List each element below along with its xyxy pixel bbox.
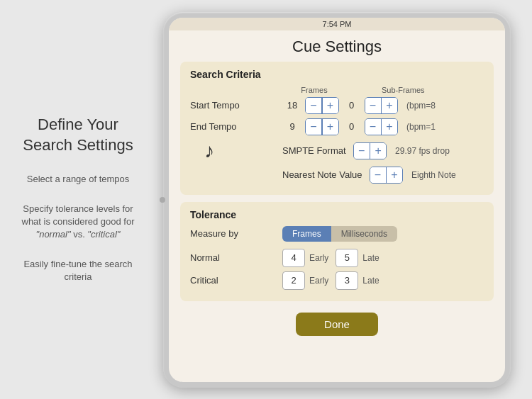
critical-late-text: Late — [362, 276, 379, 286]
search-criteria-title: Search Criteria — [190, 69, 484, 80]
desc-tempos: Select a range of tempos — [21, 173, 135, 186]
normal-label: Normal — [190, 252, 282, 263]
start-tempo-label: Start Tempo — [190, 100, 282, 111]
camera-dot — [160, 197, 165, 203]
nearest-note-minus[interactable]: − — [370, 167, 386, 183]
end-tempo-frames-value: 9 — [282, 121, 302, 132]
end-tempo-subframes-value: 0 — [342, 121, 362, 132]
frames-seg-button[interactable]: Frames — [282, 226, 331, 242]
smpte-minus[interactable]: − — [354, 143, 370, 159]
search-criteria-section: Search Criteria Frames Sub-Frames Start … — [180, 62, 494, 195]
done-button[interactable]: Done — [296, 313, 378, 336]
normal-early-text: Early — [309, 253, 328, 263]
page-title: Cue Settings — [169, 30, 505, 62]
status-bar: 7:54 PM — [169, 18, 505, 30]
start-tempo-frames-value: 18 — [282, 100, 302, 111]
normal-early-value: 4 — [282, 249, 305, 267]
smpte-plus[interactable]: + — [370, 143, 386, 159]
measure-by-row: Measure by Frames Milliseconds — [190, 226, 484, 242]
end-tempo-subframes-minus[interactable]: − — [365, 119, 381, 135]
critical-tolerance-row: Critical 2 Early 3 Late — [190, 271, 484, 290]
note-icon-area: ♪ — [190, 140, 282, 162]
nearest-note-value: Eighth Note — [411, 170, 456, 180]
normal-tolerance-row: Normal 4 Early 5 Late — [190, 249, 484, 267]
end-tempo-row: End Tempo 9 − + 0 − + (bpm — [190, 118, 484, 135]
nearest-note-plus[interactable]: + — [387, 167, 402, 183]
normal-late-text: Late — [362, 253, 379, 263]
tablet-screen: 7:54 PM Cue Settings Search Criteria Fra… — [169, 18, 505, 382]
smpte-value: 29.97 fps drop — [395, 146, 450, 156]
critical-early-text: Early — [309, 276, 328, 286]
critical-label: Critical — [190, 275, 282, 286]
tablet-wrapper: 7:54 PM Cue Settings Search Criteria Fra… — [149, 0, 532, 399]
left-panel: Define Your Search Settings Select a ran… — [0, 0, 149, 399]
nearest-note-stepper[interactable]: − + — [370, 167, 404, 184]
end-tempo-frames-stepper[interactable]: − + — [305, 118, 339, 135]
subframes-col-label: Sub-Frames — [382, 86, 425, 94]
frames-col-label: Frames — [282, 86, 346, 94]
tablet: 7:54 PM Cue Settings Search Criteria Fra… — [163, 12, 511, 388]
smpte-row: ♪ SMPTE Format − + 29.97 fps drop — [190, 140, 484, 162]
smpte-label: SMPTE Format — [282, 145, 346, 156]
tolerance-section: Tolerance Measure by Frames Milliseconds… — [180, 202, 494, 301]
normal-late-value: 5 — [336, 249, 358, 267]
done-row: Done — [180, 313, 494, 336]
end-tempo-result: (bpm=1 — [406, 122, 436, 132]
start-tempo-frames-stepper[interactable]: − + — [305, 97, 339, 114]
measure-by-label: Measure by — [190, 228, 282, 239]
start-tempo-result: (bpm=8 — [406, 101, 436, 111]
critical-late-value: 3 — [336, 271, 358, 290]
start-tempo-subframes-plus[interactable]: + — [382, 98, 397, 113]
start-tempo-row: Start Tempo 18 − + 0 − + ( — [190, 97, 484, 114]
milliseconds-seg-button[interactable]: Milliseconds — [331, 226, 397, 242]
column-headers: Frames Sub-Frames — [190, 86, 484, 94]
critical-early-value: 2 — [282, 271, 305, 290]
content-area: Search Criteria Frames Sub-Frames Start … — [169, 62, 505, 382]
end-tempo-label: End Tempo — [190, 121, 282, 132]
main-title: Define Your Search Settings — [21, 115, 135, 155]
status-time: 7:54 PM — [323, 20, 352, 28]
nearest-note-label: Nearest Note Value — [282, 169, 362, 180]
nearest-note-row: Nearest Note Value − + Eighth Note — [190, 167, 484, 184]
tolerance-title: Tolerance — [190, 209, 484, 220]
start-tempo-frames-minus[interactable]: − — [306, 98, 321, 113]
start-tempo-subframes-value: 0 — [342, 100, 362, 111]
start-tempo-frames-plus[interactable]: + — [323, 98, 338, 113]
start-tempo-subframes-minus[interactable]: − — [365, 98, 381, 113]
end-tempo-subframes-plus[interactable]: + — [382, 119, 397, 135]
desc-tolerance: Specify tolerance levels for what is con… — [21, 203, 135, 242]
start-tempo-subframes-stepper[interactable]: − + — [365, 97, 399, 114]
end-tempo-subframes-stepper[interactable]: − + — [365, 118, 399, 135]
segment-control[interactable]: Frames Milliseconds — [282, 226, 397, 242]
desc-finetune: Easily fine-tune the search criteria — [21, 258, 135, 283]
end-tempo-frames-plus[interactable]: + — [323, 119, 338, 135]
end-tempo-frames-minus[interactable]: − — [306, 119, 321, 135]
musical-note-icon: ♪ — [204, 140, 214, 162]
smpte-stepper[interactable]: − + — [353, 142, 387, 159]
